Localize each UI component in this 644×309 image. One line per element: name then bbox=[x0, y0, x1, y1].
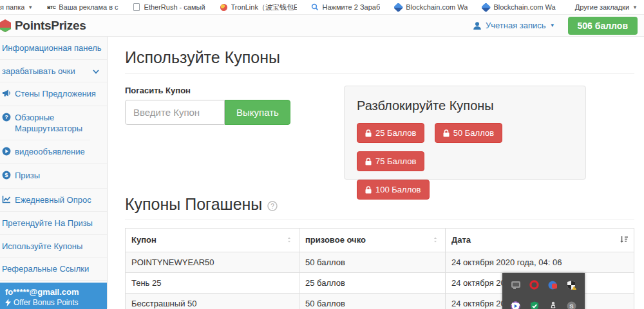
chevron-down-icon: ▼ bbox=[632, 5, 638, 10]
other-bookmarks-label: Другие закладки bbox=[575, 3, 629, 11]
divider bbox=[125, 220, 634, 220]
bookmark-label: EtherRush - самый bbox=[144, 3, 205, 11]
cell-points: 50 баллов bbox=[299, 294, 446, 309]
cell-points: 50 баллов bbox=[299, 252, 446, 273]
table-header-points[interactable]: призовое очко bbox=[299, 229, 446, 252]
help-icon[interactable]: ? bbox=[267, 201, 278, 211]
svg-text:?: ? bbox=[271, 202, 275, 209]
points-balance-badge[interactable]: 506 баллов bbox=[568, 17, 638, 35]
lock-icon bbox=[365, 158, 372, 165]
sidebar-item-survey-routers[interactable]: ? Обзорные Маршрутизаторы bbox=[0, 106, 90, 140]
unlock-button-label: 75 Баллов bbox=[375, 156, 416, 166]
blockchain-favicon-icon bbox=[394, 3, 402, 12]
lock-icon bbox=[365, 186, 372, 194]
page-title: Используйте Купоны bbox=[125, 48, 634, 67]
opera-icon[interactable] bbox=[525, 278, 544, 292]
btc-favicon-icon: BTC bbox=[47, 3, 55, 12]
page-favicon-icon bbox=[133, 3, 141, 12]
table-header-date[interactable]: Дата bbox=[446, 229, 634, 252]
cell-points: 25 баллов bbox=[299, 273, 446, 294]
sidebar-item-daily-poll[interactable]: Ежедневный Опрос bbox=[0, 189, 107, 212]
cell-coupon: Тень 25 bbox=[126, 273, 299, 294]
bookmark-etherrush[interactable]: EtherRush - самый bbox=[133, 3, 205, 12]
bookmark-label: Ваша реклама в с bbox=[59, 3, 118, 11]
cell-date: 24 октября 2020 года, 04: 06 bbox=[446, 252, 634, 273]
redeemed-coupons-title: Купоны Погашены bbox=[125, 195, 262, 214]
account-menu[interactable]: Учетная запись ▼ bbox=[473, 21, 555, 30]
media-player-icon[interactable] bbox=[506, 300, 525, 309]
unlock-button-label: 100 Баллов bbox=[375, 185, 421, 194]
coupon-input[interactable] bbox=[125, 100, 225, 125]
site-header: PointsPrizes Учетная запись ▼ 506 баллов bbox=[0, 15, 644, 37]
sidebar-item-use-coupons[interactable]: Используйте Купоны bbox=[0, 235, 107, 258]
sidebar-item-earn-points[interactable]: зарабатывать очки bbox=[0, 60, 107, 83]
sidebar-item-label: Призы bbox=[15, 170, 40, 182]
sidebar-item-label: Стены Предложения bbox=[15, 88, 96, 100]
unlock-75-button[interactable]: 75 Баллов bbox=[357, 151, 424, 171]
shield-warning-icon[interactable]: ! bbox=[562, 278, 581, 292]
sidebar-item-label: видеообъявление bbox=[15, 146, 85, 158]
main-content: Используйте Купоны Погасить Купон Выкупа… bbox=[108, 37, 644, 308]
unlock-coupons-panel: Разблокируйте Купоны 25 Баллов 50 Баллов… bbox=[344, 86, 586, 180]
sidebar-item-label: Используйте Купоны bbox=[2, 241, 82, 252]
play-circle-icon bbox=[2, 147, 11, 159]
person-icon bbox=[473, 21, 482, 30]
sidebar-item-prizes[interactable]: $ Призы bbox=[0, 164, 107, 189]
pointsprizes-logo-icon bbox=[0, 19, 12, 33]
blockchain-favicon-icon bbox=[482, 3, 490, 12]
account-label: Учетная запись bbox=[486, 21, 546, 30]
logo-text: PointsPrizes bbox=[15, 19, 86, 33]
sort-icon bbox=[432, 236, 439, 245]
sidebar-item-label: зарабатывать очки bbox=[2, 66, 75, 77]
svg-text:S: S bbox=[569, 303, 573, 309]
sidebar-item-video-ads[interactable]: видеообъявление bbox=[0, 140, 107, 165]
column-label: призовое очко bbox=[305, 235, 366, 245]
table-header-coupon[interactable]: Купон bbox=[126, 229, 299, 252]
tronlink-favicon-icon bbox=[220, 3, 228, 12]
sidebar-item-label: Информационная панель bbox=[2, 42, 102, 54]
bookmark-label: Blockchain.com Wa bbox=[406, 3, 468, 11]
figure-icon[interactable] bbox=[544, 300, 562, 309]
bookmark-earn[interactable]: Нажмите 2 Зараб bbox=[311, 3, 381, 12]
bookmark-label: Blockchain.com Wa bbox=[493, 3, 555, 11]
question-circle-icon: ? bbox=[2, 113, 11, 125]
unlock-button-label: 25 Баллов bbox=[375, 128, 416, 138]
blue-red-app-icon[interactable] bbox=[544, 278, 562, 292]
bookmark-label: ая папка bbox=[0, 3, 24, 11]
line-chart-icon bbox=[2, 195, 11, 207]
chat-icon[interactable] bbox=[506, 278, 525, 292]
sidebar-item-dashboard[interactable]: Информационная панель bbox=[0, 37, 107, 60]
sidebar-item-referral-links[interactable]: Реферальные Ссылки bbox=[0, 258, 107, 281]
unlock-25-button[interactable]: 25 Баллов bbox=[357, 123, 424, 143]
divider bbox=[125, 73, 634, 74]
bookmark-blockchain-1[interactable]: Blockchain.com Wa bbox=[394, 3, 468, 12]
table-row: POINTYNEWYEAR50 50 баллов 24 октября 202… bbox=[126, 252, 634, 273]
shield-check-icon[interactable] bbox=[525, 300, 544, 309]
sidebar: Информационная панель зарабатывать очки … bbox=[0, 37, 108, 308]
unlock-50-button[interactable]: 50 Баллов bbox=[435, 123, 502, 143]
sort-desc-icon bbox=[620, 236, 628, 245]
site-logo[interactable]: PointsPrizes bbox=[5, 19, 86, 33]
bookmark-label: TronLink（波宝钱包E bbox=[231, 3, 297, 12]
bookmark-folder[interactable]: ая папка ▼ bbox=[0, 3, 33, 11]
redeem-button[interactable]: Выкупать bbox=[225, 100, 290, 125]
sidebar-item-label: Реферальные Ссылки bbox=[2, 263, 89, 275]
svg-text:?: ? bbox=[5, 114, 8, 120]
cell-coupon: POINTYNEWYEAR50 bbox=[126, 252, 299, 273]
skype-icon[interactable]: S bbox=[562, 300, 581, 309]
chevron-down-icon: ▼ bbox=[28, 5, 33, 10]
redeem-coupon-label: Погасить Купон bbox=[125, 86, 344, 95]
redeem-coupon-form: Погасить Купон Выкупать bbox=[125, 86, 344, 180]
svg-text:$: $ bbox=[5, 172, 8, 179]
other-bookmarks-button[interactable]: Другие закладки ▼ bbox=[575, 3, 638, 11]
bookmark-ad[interactable]: BTC Ваша реклама в с bbox=[47, 3, 118, 12]
ad-text: Offer Bonus Points bbox=[14, 298, 79, 307]
chevron-down-icon bbox=[93, 66, 99, 77]
bookmark-blockchain-2[interactable]: Blockchain.com Wa bbox=[482, 3, 555, 12]
sidebar-ad-gmail[interactable]: fo*****@gmail.com Offer Bonus Points bbox=[0, 283, 107, 309]
search-favicon-icon bbox=[311, 3, 319, 12]
sidebar-item-offer-walls[interactable]: Стены Предложения bbox=[0, 82, 107, 106]
sidebar-item-claim-prizes[interactable]: Претендуйте На Призы bbox=[0, 212, 107, 235]
bookmark-tronlink[interactable]: TronLink（波宝钱包E bbox=[220, 3, 297, 12]
unlock-100-button[interactable]: 100 Баллов bbox=[357, 180, 430, 200]
